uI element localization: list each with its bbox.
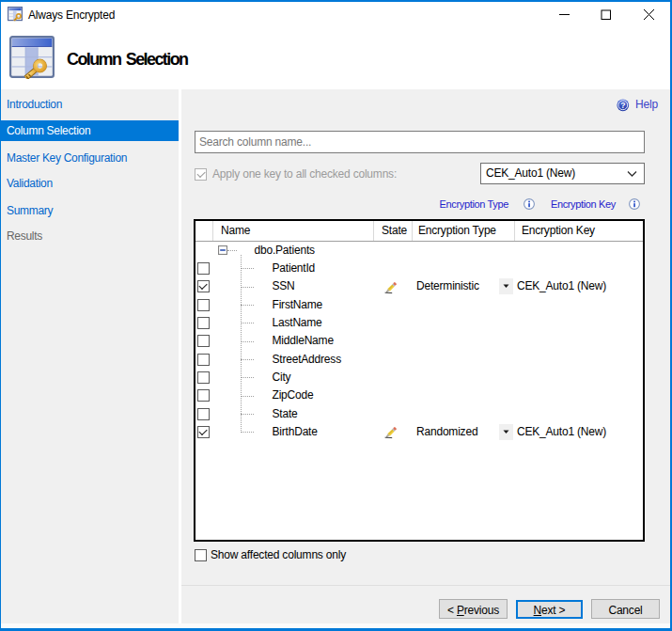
svg-text:?: ?	[620, 101, 625, 110]
